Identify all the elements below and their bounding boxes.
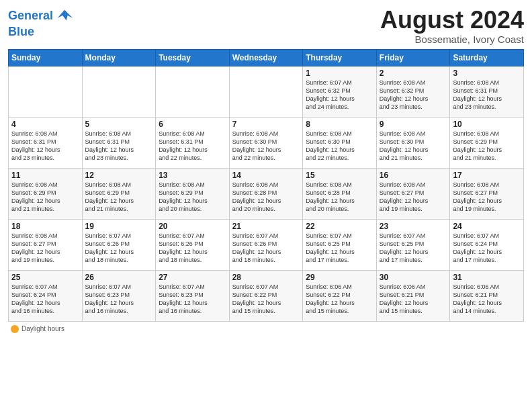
day-cell: 4Sunrise: 6:08 AM Sunset: 6:31 PM Daylig…	[9, 117, 83, 168]
col-header-tuesday: Tuesday	[156, 49, 230, 66]
sun-icon	[11, 325, 19, 333]
day-info: Sunrise: 6:08 AM Sunset: 6:32 PM Dayligh…	[380, 79, 447, 111]
day-cell: 21Sunrise: 6:07 AM Sunset: 6:26 PM Dayli…	[229, 219, 303, 270]
day-cell	[156, 66, 230, 117]
page-container: General Blue August 2024 Bossematie, Ivo…	[0, 0, 532, 338]
day-cell: 30Sunrise: 6:06 AM Sunset: 6:21 PM Dayli…	[376, 270, 450, 321]
day-info: Sunrise: 6:08 AM Sunset: 6:29 PM Dayligh…	[453, 130, 521, 163]
logo-bird-icon	[55, 7, 74, 26]
day-info: Sunrise: 6:07 AM Sunset: 6:25 PM Dayligh…	[380, 232, 447, 265]
day-info: Sunrise: 6:06 AM Sunset: 6:22 PM Dayligh…	[306, 283, 373, 316]
day-cell: 6Sunrise: 6:08 AM Sunset: 6:31 PM Daylig…	[156, 117, 230, 168]
day-cell: 29Sunrise: 6:06 AM Sunset: 6:22 PM Dayli…	[303, 270, 377, 321]
week-row-3: 11Sunrise: 6:08 AM Sunset: 6:29 PM Dayli…	[9, 168, 524, 219]
day-info: Sunrise: 6:07 AM Sunset: 6:25 PM Dayligh…	[306, 232, 373, 265]
day-number: 15	[306, 171, 373, 180]
day-number: 3	[453, 68, 521, 78]
day-number: 31	[453, 273, 521, 282]
day-cell: 13Sunrise: 6:08 AM Sunset: 6:29 PM Dayli…	[156, 168, 230, 219]
day-number: 14	[232, 171, 300, 180]
day-number: 16	[380, 171, 447, 180]
day-number: 20	[159, 222, 226, 231]
logo-text: General	[8, 9, 53, 23]
day-cell: 16Sunrise: 6:08 AM Sunset: 6:27 PM Dayli…	[376, 168, 450, 219]
day-cell: 18Sunrise: 6:08 AM Sunset: 6:27 PM Dayli…	[9, 219, 83, 270]
day-info: Sunrise: 6:07 AM Sunset: 6:26 PM Dayligh…	[159, 232, 226, 265]
week-row-4: 18Sunrise: 6:08 AM Sunset: 6:27 PM Dayli…	[9, 219, 524, 270]
day-cell: 28Sunrise: 6:07 AM Sunset: 6:22 PM Dayli…	[229, 270, 303, 321]
day-number: 6	[159, 120, 226, 129]
title-block: August 2024 Bossematie, Ivory Coast	[380, 7, 524, 45]
day-number: 29	[306, 273, 373, 282]
day-info: Sunrise: 6:08 AM Sunset: 6:29 PM Dayligh…	[159, 181, 226, 214]
day-info: Sunrise: 6:07 AM Sunset: 6:24 PM Dayligh…	[11, 283, 79, 316]
day-info: Sunrise: 6:08 AM Sunset: 6:31 PM Dayligh…	[159, 130, 226, 163]
day-cell: 15Sunrise: 6:08 AM Sunset: 6:28 PM Dayli…	[303, 168, 377, 219]
day-info: Sunrise: 6:08 AM Sunset: 6:27 PM Dayligh…	[380, 181, 447, 214]
day-cell: 1Sunrise: 6:07 AM Sunset: 6:32 PM Daylig…	[303, 66, 377, 117]
day-info: Sunrise: 6:07 AM Sunset: 6:26 PM Dayligh…	[85, 232, 153, 265]
day-cell: 23Sunrise: 6:07 AM Sunset: 6:25 PM Dayli…	[376, 219, 450, 270]
day-cell: 24Sunrise: 6:07 AM Sunset: 6:24 PM Dayli…	[450, 219, 524, 270]
day-cell: 5Sunrise: 6:08 AM Sunset: 6:31 PM Daylig…	[82, 117, 156, 168]
day-cell: 14Sunrise: 6:08 AM Sunset: 6:28 PM Dayli…	[229, 168, 303, 219]
day-number: 4	[11, 120, 79, 129]
day-cell: 17Sunrise: 6:08 AM Sunset: 6:27 PM Dayli…	[450, 168, 524, 219]
day-info: Sunrise: 6:08 AM Sunset: 6:29 PM Dayligh…	[85, 181, 153, 214]
logo-blue-text: Blue	[8, 26, 34, 39]
day-number: 18	[11, 222, 79, 231]
day-cell: 9Sunrise: 6:08 AM Sunset: 6:30 PM Daylig…	[376, 117, 450, 168]
day-info: Sunrise: 6:08 AM Sunset: 6:29 PM Dayligh…	[11, 181, 79, 214]
day-cell: 10Sunrise: 6:08 AM Sunset: 6:29 PM Dayli…	[450, 117, 524, 168]
week-row-5: 25Sunrise: 6:07 AM Sunset: 6:24 PM Dayli…	[9, 270, 524, 321]
day-number: 30	[380, 273, 447, 282]
day-number: 25	[11, 273, 79, 282]
day-cell: 12Sunrise: 6:08 AM Sunset: 6:29 PM Dayli…	[82, 168, 156, 219]
day-number: 5	[85, 120, 153, 129]
day-info: Sunrise: 6:08 AM Sunset: 6:28 PM Dayligh…	[232, 181, 300, 214]
day-number: 17	[453, 171, 521, 180]
footer: Daylight hours	[8, 325, 524, 334]
day-number: 21	[232, 222, 300, 231]
day-number: 7	[232, 120, 300, 129]
calendar-table: SundayMondayTuesdayWednesdayThursdayFrid…	[8, 49, 524, 322]
day-info: Sunrise: 6:07 AM Sunset: 6:26 PM Dayligh…	[232, 232, 300, 265]
day-cell: 8Sunrise: 6:08 AM Sunset: 6:30 PM Daylig…	[303, 117, 377, 168]
day-number: 1	[306, 68, 373, 78]
day-cell: 22Sunrise: 6:07 AM Sunset: 6:25 PM Dayli…	[303, 219, 377, 270]
day-info: Sunrise: 6:07 AM Sunset: 6:23 PM Dayligh…	[85, 283, 153, 316]
logo: General Blue	[8, 7, 74, 39]
day-number: 22	[306, 222, 373, 231]
day-number: 8	[306, 120, 373, 129]
day-cell: 11Sunrise: 6:08 AM Sunset: 6:29 PM Dayli…	[9, 168, 83, 219]
day-cell: 26Sunrise: 6:07 AM Sunset: 6:23 PM Dayli…	[82, 270, 156, 321]
daylight-label: Daylight hours	[21, 325, 64, 332]
col-header-monday: Monday	[82, 49, 156, 66]
col-header-sunday: Sunday	[9, 49, 83, 66]
day-cell: 27Sunrise: 6:07 AM Sunset: 6:23 PM Dayli…	[156, 270, 230, 321]
day-info: Sunrise: 6:08 AM Sunset: 6:28 PM Dayligh…	[306, 181, 373, 214]
day-info: Sunrise: 6:07 AM Sunset: 6:23 PM Dayligh…	[159, 283, 226, 316]
day-number: 24	[453, 222, 521, 231]
day-cell	[229, 66, 303, 117]
day-number: 10	[453, 120, 521, 129]
col-header-saturday: Saturday	[450, 49, 524, 66]
day-number: 12	[85, 171, 153, 180]
day-number: 2	[380, 68, 447, 78]
day-info: Sunrise: 6:08 AM Sunset: 6:31 PM Dayligh…	[11, 130, 79, 163]
day-cell: 3Sunrise: 6:08 AM Sunset: 6:31 PM Daylig…	[450, 66, 524, 117]
day-cell: 2Sunrise: 6:08 AM Sunset: 6:32 PM Daylig…	[376, 66, 450, 117]
day-number: 19	[85, 222, 153, 231]
header: General Blue August 2024 Bossematie, Ivo…	[8, 7, 524, 45]
day-cell: 7Sunrise: 6:08 AM Sunset: 6:30 PM Daylig…	[229, 117, 303, 168]
day-cell	[9, 66, 83, 117]
calendar-title: August 2024	[380, 7, 524, 34]
day-number: 27	[159, 273, 226, 282]
day-info: Sunrise: 6:08 AM Sunset: 6:31 PM Dayligh…	[453, 79, 521, 111]
day-info: Sunrise: 6:08 AM Sunset: 6:27 PM Dayligh…	[11, 232, 79, 265]
week-row-1: 1Sunrise: 6:07 AM Sunset: 6:32 PM Daylig…	[9, 66, 524, 117]
header-row: SundayMondayTuesdayWednesdayThursdayFrid…	[9, 49, 524, 66]
day-number: 28	[232, 273, 300, 282]
day-info: Sunrise: 6:08 AM Sunset: 6:27 PM Dayligh…	[453, 181, 521, 214]
day-cell: 19Sunrise: 6:07 AM Sunset: 6:26 PM Dayli…	[82, 219, 156, 270]
